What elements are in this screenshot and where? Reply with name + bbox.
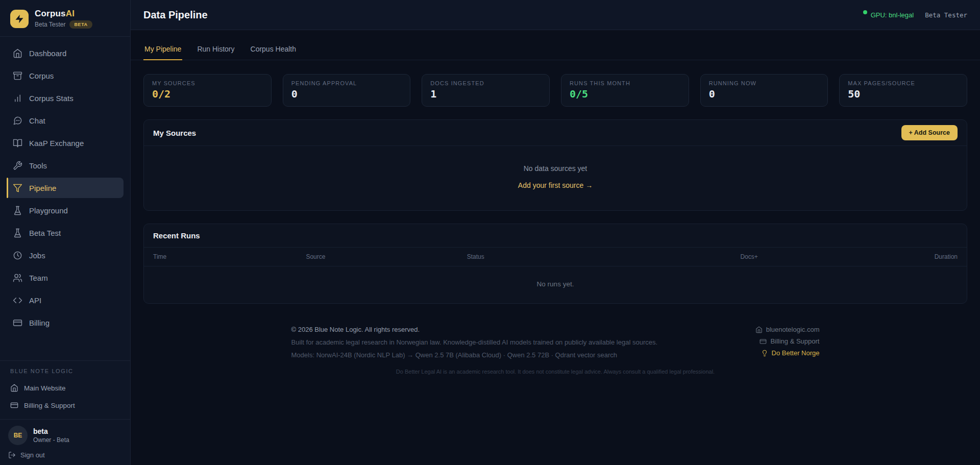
stat-card-max-pages: MAX PAGES/SOURCE 50 [839, 74, 967, 107]
sidebar-item-tools[interactable]: Tools [7, 155, 124, 176]
add-source-button[interactable]: + Add Source [901, 125, 958, 140]
footer: © 2026 Blue Note Logic. All rights reser… [131, 326, 980, 375]
bar-chart-icon [13, 93, 22, 103]
gpu-status-dot [863, 10, 867, 14]
brand-text: CorpusAI Beta Tester BETA [35, 9, 92, 29]
sidebar-item-playground[interactable]: Playground [7, 200, 124, 221]
topbar-user-label: Beta Tester [925, 11, 967, 19]
stat-value: 50 [848, 88, 959, 100]
recent-runs-panel: Recent Runs Time Source Status Docs+ Dur… [143, 224, 967, 304]
column-header-source: Source [306, 253, 467, 260]
my-sources-panel: My Sources + Add Source No data sources … [143, 119, 967, 211]
side-link-label: Main Website [24, 384, 66, 392]
sidebar-item-label: Corpus Stats [29, 94, 74, 103]
sidebar-item-beta-test[interactable]: Beta Test [7, 223, 124, 243]
footer-link-billing-support[interactable]: Billing & Support [760, 337, 819, 345]
sidebar-item-label: Pipeline [29, 184, 56, 192]
flask-icon [13, 206, 22, 215]
column-header-duration: Duration [877, 253, 958, 260]
user-name: beta [33, 428, 69, 435]
zap-icon [10, 10, 29, 28]
stat-card-docs-ingested: DOCS INGESTED 1 [422, 74, 550, 107]
footer-link-do-better-norge[interactable]: Do Better Norge [761, 349, 820, 357]
sidebar-item-api[interactable]: API [7, 290, 124, 310]
sidebar-item-label: Jobs [29, 251, 45, 260]
sidebar-item-corpus-stats[interactable]: Corpus Stats [7, 88, 124, 108]
tab-run-history[interactable]: Run History [196, 38, 235, 60]
stat-label: PENDING APPROVAL [291, 80, 402, 86]
footer-link-label: Billing & Support [770, 337, 819, 345]
beta-badge: BETA [69, 20, 92, 29]
brand-title: CorpusAI [35, 9, 92, 19]
sidebar-item-label: Team [29, 274, 48, 282]
tab-corpus-health[interactable]: Corpus Health [250, 38, 298, 60]
credit-card-icon [13, 318, 22, 328]
sidebar-item-team[interactable]: Team [7, 267, 124, 288]
sidebar-item-billing[interactable]: Billing [7, 312, 124, 333]
side-link-label: Billing & Support [24, 402, 75, 409]
stat-value: 0/2 [152, 88, 263, 100]
sidebar-item-dashboard[interactable]: Dashboard [7, 43, 124, 63]
sidebar-item-chat[interactable]: Chat [7, 110, 124, 131]
org-section-label: BLUE NOTE LOGIC [0, 368, 130, 379]
brand-name-accent: AI [66, 9, 75, 18]
credit-card-icon [10, 401, 18, 409]
user-role: Owner - Beta [33, 436, 69, 444]
footer-link-website[interactable]: bluenotelogic.com [755, 326, 820, 333]
add-first-source-link[interactable]: Add your first source → [144, 181, 967, 189]
tab-my-pipeline[interactable]: My Pipeline [143, 38, 182, 60]
footer-links: bluenotelogic.com Billing & Support Do B… [755, 326, 820, 359]
code-icon [13, 296, 22, 305]
home-icon [755, 326, 763, 333]
runs-empty-state: No runs yet. [144, 266, 967, 303]
gpu-status-label: GPU: bnl-legal [871, 11, 914, 19]
footer-disclaimer: Do Better Legal AI is an academic resear… [131, 369, 980, 375]
clock-icon [13, 251, 22, 260]
sidebar-item-pipeline[interactable]: Pipeline [7, 178, 124, 198]
sidebar-item-label: Beta Test [29, 229, 61, 237]
sidebar-item-label: Corpus [29, 71, 54, 80]
sidebar-item-label: Billing [29, 319, 50, 327]
stat-card-running-now: RUNNING NOW 0 [700, 74, 828, 107]
sidebar-item-corpus[interactable]: Corpus [7, 65, 124, 86]
sidebar-item-label: Chat [29, 116, 45, 125]
log-out-icon [8, 451, 16, 459]
brand-subtitle: Beta Tester [35, 21, 65, 28]
brand-header: CorpusAI Beta Tester BETA [0, 0, 130, 37]
topbar: Data Pipeline GPU: bnl-legal Beta Tester [131, 0, 980, 30]
sidebar-item-label: KaaP Exchange [29, 139, 84, 148]
footer-link-label: bluenotelogic.com [766, 326, 820, 333]
pipeline-tabs: My Pipeline Run History Corpus Health [131, 38, 980, 60]
stat-value: 0 [709, 88, 820, 100]
sidebar-nav: Dashboard Corpus Corpus Stats Chat KaaP … [0, 37, 130, 335]
sidebar-item-billing-support[interactable]: Billing & Support [0, 397, 130, 414]
stat-value: 0 [291, 88, 402, 100]
footer-link-label: Do Better Norge [772, 349, 820, 357]
flask-icon [13, 228, 22, 238]
sidebar-item-main-website[interactable]: Main Website [0, 379, 130, 397]
stat-label: DOCS INGESTED [430, 80, 541, 86]
stats-row: MY SOURCES 0/2 PENDING APPROVAL 0 DOCS I… [131, 60, 980, 107]
footer-copyright: © 2026 Blue Note Logic. All rights reser… [291, 326, 658, 333]
sidebar-item-kaap-exchange[interactable]: KaaP Exchange [7, 133, 124, 153]
stat-value: 1 [430, 88, 541, 100]
sign-out-button[interactable]: Sign out [0, 447, 130, 465]
wrench-icon [13, 161, 22, 170]
brand-name-primary: Corpus [35, 9, 66, 18]
runs-table-header: Time Source Status Docs+ Duration [144, 248, 967, 266]
chat-icon [13, 116, 22, 126]
funnel-icon [13, 183, 22, 193]
sidebar-item-label: Tools [29, 161, 47, 170]
lightbulb-icon [761, 350, 768, 357]
gpu-status: GPU: bnl-legal [863, 11, 914, 19]
sidebar-item-jobs[interactable]: Jobs [7, 245, 124, 265]
footer-description: Built for academic legal research in Nor… [291, 338, 658, 346]
sidebar-item-label: Playground [29, 206, 68, 215]
home-icon [10, 384, 18, 392]
sign-out-label: Sign out [20, 451, 45, 459]
main-content: Data Pipeline GPU: bnl-legal Beta Tester… [131, 0, 980, 465]
stat-label: MAX PAGES/SOURCE [848, 80, 959, 86]
sources-empty-title: No data sources yet [144, 164, 967, 173]
sidebar-item-label: Dashboard [29, 49, 66, 58]
stat-card-pending-approval: PENDING APPROVAL 0 [283, 74, 411, 107]
